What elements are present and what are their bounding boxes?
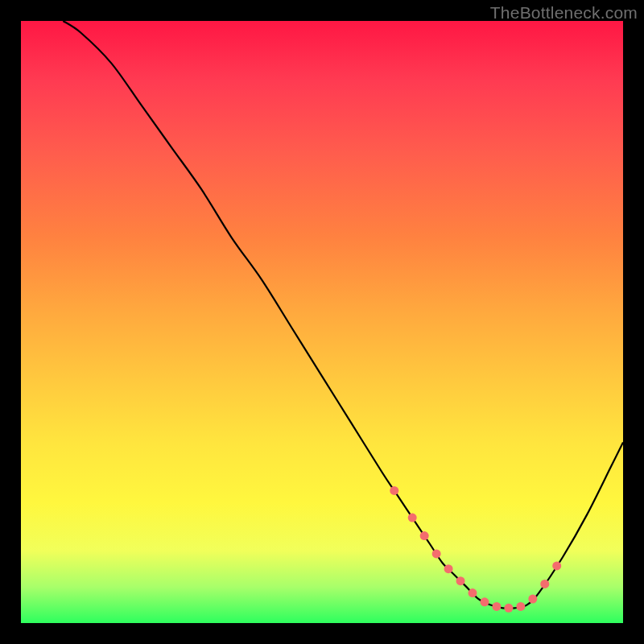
highlight-dot: [528, 595, 537, 604]
highlight-dot: [390, 486, 398, 495]
highlight-dot: [456, 576, 465, 585]
highlight-dot: [480, 597, 489, 606]
highlight-dot: [444, 564, 453, 573]
highlight-dot: [552, 561, 561, 570]
chart-svg: [21, 21, 623, 623]
highlight-dot: [408, 514, 417, 522]
highlight-dot: [504, 604, 513, 613]
highlight-dot: [516, 602, 525, 611]
bottleneck-curve-line: [63, 21, 623, 609]
highlight-dot: [540, 580, 549, 588]
highlight-dot: [432, 549, 441, 558]
highlight-dot: [492, 602, 501, 611]
highlight-dot: [420, 531, 429, 540]
highlight-dots: [390, 486, 561, 613]
chart-frame: [21, 21, 623, 623]
watermark-text: TheBottleneck.com: [490, 3, 638, 23]
highlight-dot: [469, 588, 477, 597]
